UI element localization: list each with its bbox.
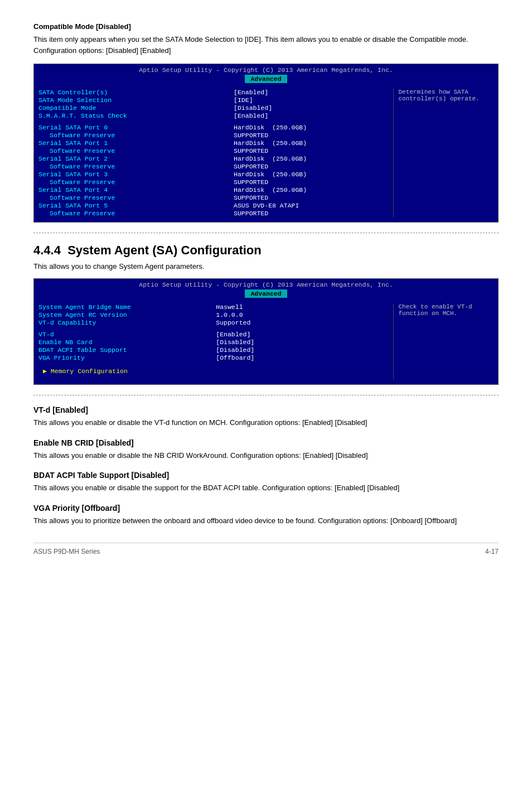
bios2-right-panel: Check to enable VT-d function on MCH. [393,303,494,380]
bios1-row-port1: Serial SATA Port 1 HardDisk (250.0GB) [38,139,393,147]
bios1-row-port3: Serial SATA Port 3 HardDisk (250.0GB) [38,171,393,178]
bios1-row-port3-sw: Software Preserve SUPPORTED [38,178,393,186]
bdat-section: BDAT ACPI Table Support [Disabled] This … [33,471,499,494]
bios1-row-sata-ctrl: SATA Controller(s) [Enabled] [38,89,393,96]
vga-title: VGA Priority [Offboard] [33,504,499,513]
bios1-row-compat: Compatible Mode [Disabled] [38,104,393,112]
bios1-right-panel: Determines how SATA controller(s) operat… [393,89,494,218]
divider-2 [33,395,499,395]
bios-header-2: Aptio Setup Utility - Copyright (C) 2013… [34,279,498,300]
bios-header-1: Aptio Setup Utility - Copyright (C) 2013… [34,64,498,85]
bios1-row-port5-sw: Software Preserve SUPPORTED [38,210,393,217]
compatible-mode-desc: This item only appears when you set the … [33,34,499,56]
vtd-title: VT-d [Enabled] [33,405,499,414]
bios-screen-1: Aptio Setup Utility - Copyright (C) 2013… [33,64,499,223]
footer-left: ASUS P9D-MH Series [33,548,100,555]
bios1-row-port0: Serial SATA Port 0 HardDisk (250.0GB) [38,124,393,131]
bios1-row-port2: Serial SATA Port 2 HardDisk (250.0GB) [38,155,393,162]
chapter-desc: This allows you to change System Agent p… [33,262,499,270]
bios2-row-vtd: VT-d [Enabled] [38,331,393,338]
bdat-desc: This allows you enable or disable the su… [33,482,499,494]
enable-nb-section: Enable NB CRID [Disabled] This allows yo… [33,438,499,461]
bios1-left-middle: SATA Controller(s) [Enabled] SATA Mode S… [38,89,393,218]
bdat-title: BDAT ACPI Table Support [Disabled] [33,471,499,480]
bios2-row-bridge: System Agent Bridge Name Haswell [38,303,393,311]
bios-screen-2: Aptio Setup Utility - Copyright (C) 2013… [33,278,499,385]
vga-section: VGA Priority [Offboard] This allows you … [33,504,499,526]
bios1-row-port5: Serial SATA Port 5 ASUS DVD-E8 ATAPI [38,202,393,209]
bios1-row-port0-sw: Software Preserve SUPPORTED [38,132,393,139]
bios2-row-vtd-cap: VT-d Capability Supported [38,319,393,326]
vtd-desc: This allows you enable or disable the VT… [33,417,499,428]
vtd-section: VT-d [Enabled] This allows you enable or… [33,405,499,428]
bios1-row-port4-sw: Software Preserve SUPPORTED [38,194,393,201]
bios2-row-vga: VGA Priority [Offboard] [38,354,393,361]
enable-nb-desc: This allows you enable or disable the NB… [33,450,499,461]
page-footer: ASUS P9D-MH Series 4-17 [33,543,499,555]
compatible-mode-title: Compatible Mode [Disabled] [33,22,499,31]
divider-1 [33,233,499,233]
bios2-row-nb-card: Enable NB Card [Disabled] [38,339,393,346]
footer-right: 4-17 [485,548,499,555]
bios1-row-smart: S.M.A.R.T. Status Check [Enabled] [38,112,393,119]
chapter-heading: 4.4.4 System Agent (SA) Configuration [33,243,499,258]
bios2-row-bdat: BDAT ACPI Table Support [Disabled] [38,346,393,354]
bios2-memory-config: ▶ Memory Configuration [38,366,393,376]
enable-nb-title: Enable NB CRID [Disabled] [33,438,499,447]
vga-desc: This allows you to prioritize between th… [33,515,499,526]
compatible-mode-section: Compatible Mode [Disabled] This item onl… [33,22,499,56]
bios1-row-port4: Serial SATA Port 4 HardDisk (250.0GB) [38,186,393,194]
bios1-row-port2-sw: Software Preserve SUPPORTED [38,163,393,170]
bios1-row-port1-sw: Software Preserve SUPPORTED [38,147,393,154]
bios2-row-rcver: System Agent RC Version 1.0.0.0 [38,311,393,318]
bios1-row-sata-mode: SATA Mode Selection [IDE] [38,96,393,104]
bios2-left-middle: System Agent Bridge Name Haswell System … [38,303,393,380]
